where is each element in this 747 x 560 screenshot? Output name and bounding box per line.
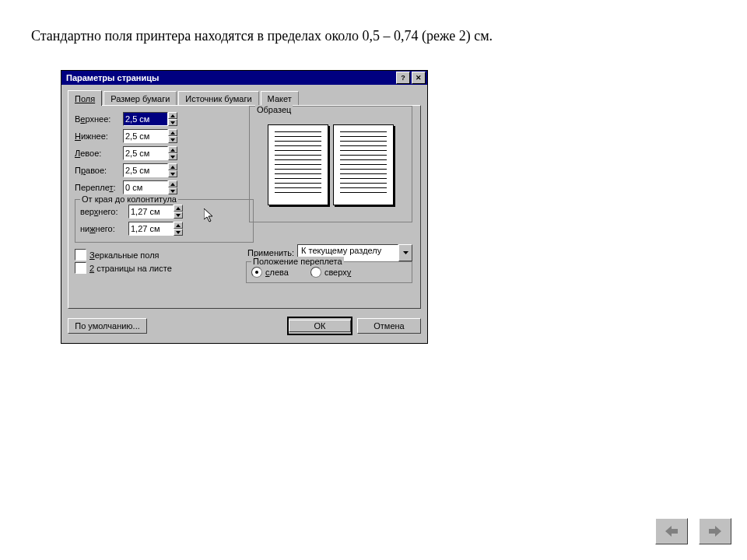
tab-paper-source[interactable]: Источник бумаги bbox=[178, 91, 258, 106]
gutter-spinner[interactable] bbox=[123, 180, 177, 194]
svg-marker-3 bbox=[170, 138, 175, 142]
top-margin-input[interactable] bbox=[123, 112, 168, 126]
header-footer-group: От края до колонтитула верхнего: нижнего… bbox=[75, 199, 254, 243]
spin-down-icon[interactable] bbox=[168, 119, 177, 126]
page-caption: Стандартно поля принтера находятся в пре… bbox=[31, 28, 493, 44]
page-preview-icon bbox=[333, 124, 394, 205]
tab-layout[interactable]: Макет bbox=[261, 91, 299, 106]
footer-input[interactable] bbox=[128, 222, 174, 236]
titlebar: Параметры страницы ? ✕ bbox=[61, 71, 427, 85]
mirror-margins-checkbox[interactable]: Зеркальные поля bbox=[75, 249, 254, 261]
svg-marker-6 bbox=[170, 166, 175, 169]
right-margin-input[interactable] bbox=[123, 163, 168, 177]
close-button[interactable]: ✕ bbox=[412, 72, 426, 84]
arrow-right-icon bbox=[709, 526, 721, 537]
preview-legend: Образец bbox=[255, 105, 293, 114]
svg-marker-13 bbox=[176, 231, 181, 234]
spin-up-icon[interactable] bbox=[168, 146, 177, 153]
footer-spinner[interactable] bbox=[128, 222, 183, 236]
spin-down-icon[interactable] bbox=[168, 153, 177, 160]
svg-marker-16 bbox=[665, 526, 678, 537]
label-header: верхнего: bbox=[80, 207, 128, 216]
left-margin-spinner[interactable] bbox=[123, 146, 177, 160]
svg-marker-1 bbox=[170, 121, 175, 124]
svg-marker-11 bbox=[176, 214, 181, 217]
spin-down-icon[interactable] bbox=[168, 170, 177, 177]
nav-prev-button[interactable] bbox=[655, 518, 688, 544]
svg-marker-12 bbox=[176, 224, 181, 227]
svg-marker-8 bbox=[170, 183, 175, 186]
header-spinner[interactable] bbox=[128, 205, 183, 219]
svg-marker-4 bbox=[170, 149, 175, 152]
dropdown-arrow-icon[interactable] bbox=[398, 244, 412, 261]
help-button[interactable]: ? bbox=[396, 72, 410, 84]
tab-panel: Верхнее: Нижнее: Лев bbox=[68, 105, 421, 309]
spin-down-icon[interactable] bbox=[168, 187, 177, 194]
svg-marker-9 bbox=[170, 190, 175, 193]
left-margin-input[interactable] bbox=[123, 146, 168, 160]
bottom-margin-spinner[interactable] bbox=[123, 129, 177, 143]
svg-marker-5 bbox=[170, 156, 175, 159]
spin-up-icon[interactable] bbox=[174, 222, 183, 229]
label-bottom-margin: Нижнее: bbox=[75, 131, 123, 141]
spin-up-icon[interactable] bbox=[168, 129, 177, 136]
spin-up-icon[interactable] bbox=[168, 112, 177, 119]
svg-marker-7 bbox=[170, 173, 175, 176]
spin-up-icon[interactable] bbox=[168, 180, 177, 187]
tabs: Поля Размер бумаги Источник бумаги Макет bbox=[68, 89, 421, 105]
spin-down-icon[interactable] bbox=[174, 212, 183, 219]
bottom-margin-input[interactable] bbox=[123, 129, 168, 143]
svg-marker-17 bbox=[709, 526, 721, 537]
dialog-title: Параметры страницы bbox=[63, 73, 395, 82]
svg-marker-10 bbox=[176, 207, 181, 210]
page-setup-dialog: Параметры страницы ? ✕ Поля Размер бумаг… bbox=[61, 70, 428, 344]
nav-next-button[interactable] bbox=[699, 518, 731, 544]
label-gutter: Переплет: bbox=[75, 183, 123, 192]
top-margin-spinner[interactable] bbox=[123, 112, 177, 126]
binding-top-radio[interactable]: сверху bbox=[310, 267, 351, 278]
gutter-input[interactable] bbox=[123, 180, 168, 194]
tab-paper-size[interactable]: Размер бумаги bbox=[103, 91, 177, 106]
ok-button[interactable]: ОК bbox=[287, 317, 352, 335]
svg-marker-2 bbox=[170, 131, 175, 135]
header-input[interactable] bbox=[128, 205, 174, 219]
arrow-left-icon bbox=[665, 526, 678, 537]
binding-position-group: Положение переплета слева сверху bbox=[246, 261, 412, 283]
tab-margins[interactable]: Поля bbox=[68, 90, 102, 106]
two-pages-checkbox[interactable]: 2 страницы на листе bbox=[75, 262, 254, 274]
spin-up-icon[interactable] bbox=[168, 163, 177, 170]
label-top-margin: Верхнее: bbox=[75, 114, 123, 124]
binding-legend: Положение переплета bbox=[251, 257, 344, 266]
spin-down-icon[interactable] bbox=[168, 136, 177, 143]
preview-group: Образец bbox=[249, 106, 412, 222]
header-footer-legend: От края до колонтитула bbox=[80, 194, 178, 204]
checkbox-icon bbox=[75, 249, 86, 261]
binding-left-radio[interactable]: слева bbox=[251, 267, 289, 278]
label-right-margin: Правое: bbox=[75, 166, 123, 175]
checkbox-icon bbox=[75, 262, 86, 274]
spin-down-icon[interactable] bbox=[174, 229, 183, 236]
cancel-button[interactable]: Отмена bbox=[357, 318, 421, 334]
label-left-margin: Левое: bbox=[75, 149, 123, 158]
spin-up-icon[interactable] bbox=[174, 205, 183, 212]
default-button[interactable]: По умолчанию... bbox=[68, 318, 147, 334]
radio-icon bbox=[251, 267, 262, 278]
svg-marker-14 bbox=[403, 251, 409, 254]
page-preview-icon bbox=[268, 124, 328, 205]
right-margin-spinner[interactable] bbox=[123, 163, 177, 177]
label-footer: нижнего: bbox=[80, 224, 128, 233]
svg-marker-0 bbox=[170, 114, 175, 117]
radio-icon bbox=[310, 267, 321, 278]
